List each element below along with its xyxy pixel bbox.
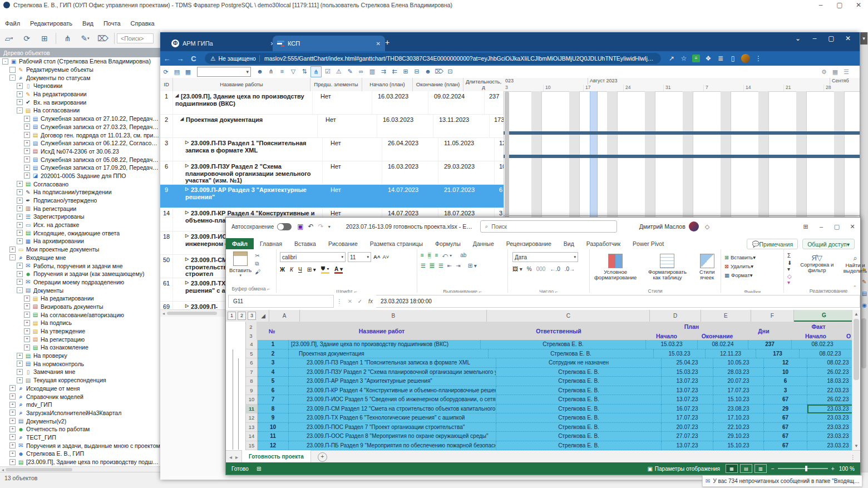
tree-expand-toggle[interactable]: + [17,198,23,204]
tree-expand-toggle[interactable]: + [17,189,23,195]
tree-item[interactable]: + ✎ На редактировании [0,90,160,98]
gantt-task-row[interactable]: 1 ◢[23.009.П], Здание цеха по производст… [160,91,504,115]
gantt-toolbar-icon[interactable]: ▦ [183,67,193,77]
browser-maximize-button[interactable]: ▢ [823,34,840,42]
tree-item[interactable]: + ▤ Исходящие, ожидающие ответа [0,229,160,237]
tdms-menu-item[interactable]: Вид [77,19,98,28]
tree-expand-toggle[interactable]: + [24,344,30,351]
gantt-toolbar-icon[interactable]: ⌦ [434,66,444,76]
gantt-toolbar-icon[interactable]: ⊟ [412,66,422,76]
outline-level-1[interactable]: 1 [228,312,236,320]
gantt-task-row[interactable]: 6 ▷23.009.П-ПЗУ Раздел 2 "Схема планиров… [160,161,504,185]
cell-plan-start[interactable]: 16.07.23 [662,405,713,414]
comma-style-icon[interactable]: 000 [536,266,546,272]
column-header-f[interactable]: F [751,310,794,322]
gantt-toolbar-icon[interactable]: ⋔ [266,66,276,76]
cell-num[interactable]: 4 [258,368,289,377]
row-number[interactable]: 5 [246,349,258,359]
row-number[interactable]: 10 [246,395,258,405]
row-number[interactable]: 9 [246,386,258,396]
ribbon-display-options-icon[interactable]: ⊞ [798,223,813,230]
ribbon-tab[interactable]: Вид [558,238,580,249]
gantt-vertical-scrollbar[interactable] [505,91,509,227]
excel-minimize-button[interactable]: – [813,223,829,230]
orientation-icon[interactable]: ⤺ ▾ [442,252,452,259]
tree-expand-toggle[interactable]: + [9,459,16,465]
clear-icon[interactable]: ◇ ▾ [787,273,793,285]
tree-expand-toggle[interactable]: + [24,165,30,171]
cell-plan-start[interactable]: 15.03.23 [646,340,698,349]
sheet-next-arrow-icon[interactable]: ▸ [235,454,241,460]
expand-triangle-icon[interactable]: ▷ [185,303,191,308]
tree-item[interactable]: + ▤ Документы(v2) [0,417,160,425]
sheet-vertical-scrollbar[interactable]: ▲ ▼ [852,310,860,450]
tree-item[interactable]: + ▤ Визировать документы [0,303,160,311]
browser-tab-arm-gipa[interactable]: Ф АРМ ГИПа ✕ [167,36,279,51]
accounting-format-icon[interactable]: 🖼 ▾ [512,266,522,272]
expand-triangle-icon[interactable]: ◢ [175,93,181,98]
ribbon-tab[interactable]: Power Pivot [627,238,670,249]
row-header-3[interactable]: 3 [245,332,257,341]
tree-item[interactable]: + ⌕ Справочник моделей [0,392,160,401]
cell-responsible[interactable]: Сотрудник не назначен [496,358,662,368]
summary-bar-documentation[interactable] [504,155,860,158]
tree-item[interactable]: + ◪ 202001-0005 Задание для ППО [0,172,160,180]
tree-item[interactable]: + ▭ Мои проектные документы [0,245,160,254]
cell-responsible[interactable]: Стрелкова Е. В. [496,368,662,377]
tree-item[interactable]: + ▤ Служебная записка от 27.10.22, Перед… [0,115,160,123]
column-header-c[interactable]: C [487,310,650,322]
sheet-prev-arrow-icon[interactable]: ◂ [226,454,235,460]
tree-item[interactable]: + ✎ На подписании/утверждении [0,188,160,196]
row-number[interactable]: 12 [246,413,258,423]
header-days[interactable]: Дни [742,322,786,341]
expand-triangle-icon[interactable]: ▷ [185,210,191,215]
tree-item[interactable]: + ▤ Служебная записка от 05.08.22, Перед… [0,155,160,164]
ribbon-tab[interactable]: Данные [467,238,500,249]
tdms-menu-item[interactable]: Файл [0,19,25,28]
tdms-maximize-button[interactable]: ▢ [830,1,849,9]
insert-cells-button[interactable]: ⊞Вставить ▾ [724,253,780,262]
cell-plan-start[interactable]: 13.07.23 [662,395,713,405]
scrollbar-thumb[interactable] [861,318,866,368]
tree-expand-toggle[interactable]: + [9,434,16,440]
clear-filter-button[interactable]: ⌦ [95,31,111,46]
new-sheet-button[interactable]: + [318,452,327,462]
tree-item[interactable]: + ☻ Стрелкова Е. В., ГИП [0,450,160,458]
tree-item[interactable]: - ⌕ Документы по статусам [0,73,160,82]
tree-item[interactable]: - ⌕ Входящие мне [0,254,160,262]
decrease-indent-icon[interactable]: ⇤ [447,263,452,269]
row-number[interactable]: 15 [246,441,258,451]
profile-avatar[interactable] [741,54,750,63]
ribbon-tab[interactable]: Главная [254,238,288,249]
cell-num[interactable]: 10 [258,423,289,432]
save-icon[interactable]: ▣ [297,223,303,230]
tree-item[interactable]: + ▤ На подпись [0,319,160,327]
expand-triangle-icon[interactable]: ▷ [185,280,191,285]
cell-days[interactable]: 3 [764,386,807,396]
tdms-close-button[interactable]: ✕ [849,1,868,9]
gantt-toolbar-icon[interactable]: ∞ [356,66,366,76]
scroll-up-arrow-icon[interactable]: ▲ [852,310,860,317]
new-tab-button[interactable]: + [385,38,389,47]
tree-expand-toggle[interactable]: + [17,181,23,187]
header-num[interactable]: № [257,322,288,341]
tree-expand-toggle[interactable]: + [9,385,16,391]
tree-expand-toggle[interactable]: + [17,377,23,383]
tree-item[interactable]: + ▤ ИсхД №074-2306 от 30.06.23 [0,147,160,156]
cell-days[interactable]: 29 [764,405,807,414]
tree-expand-toggle[interactable]: + [24,303,30,309]
sheet-tab[interactable]: Готовность проекта [241,450,311,464]
header-plan[interactable]: План [641,322,743,332]
tree-expand-toggle[interactable]: + [24,295,30,302]
bold-button[interactable]: Ж [280,267,285,273]
tree-expand-toggle[interactable]: - [9,254,16,260]
row-number[interactable]: 13 [246,423,258,432]
cell-name-box[interactable]: G11 [228,295,334,308]
tree-item[interactable]: + ▤ На согласование/авторизацию [0,310,160,319]
tree-expand-toggle[interactable]: + [17,369,23,375]
tree-item[interactable]: + ☻ Отчетность по работам [0,425,160,433]
autosave-toggle[interactable] [277,223,292,230]
filter-edit-button[interactable]: ✎▾ [77,31,93,46]
gantt-toolbar-icon[interactable]: ▤ [172,67,182,77]
scrollbar-thumb[interactable] [854,319,859,380]
